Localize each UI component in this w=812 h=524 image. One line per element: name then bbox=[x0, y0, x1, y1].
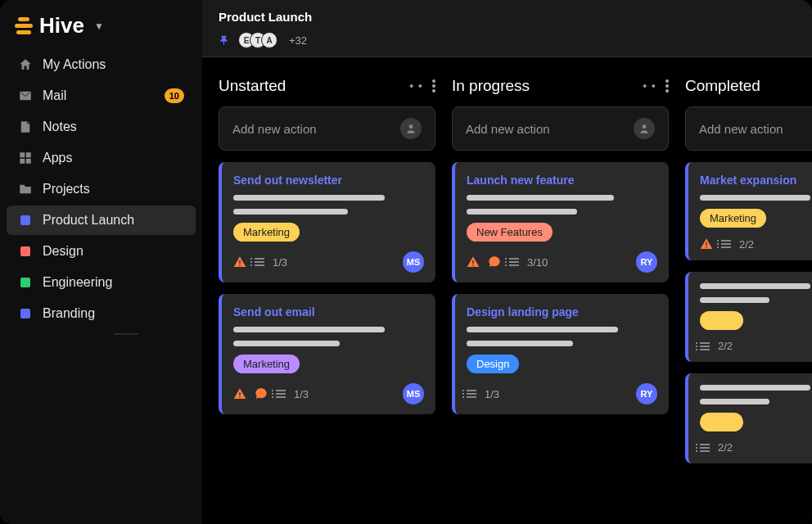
badge-count: 10 bbox=[165, 88, 184, 103]
card-assignee-avatar[interactable]: RY bbox=[636, 383, 657, 404]
assign-user-icon[interactable] bbox=[634, 118, 655, 139]
sidebar-item-notes[interactable]: Notes bbox=[7, 112, 196, 142]
card-footer: 1/3MS bbox=[233, 383, 424, 404]
member-avatars[interactable]: ETA bbox=[238, 32, 277, 48]
topbar: Product Launch ETA +32 bbox=[202, 0, 812, 57]
sidebar-item-projects[interactable]: Projects bbox=[7, 174, 196, 204]
card-text-placeholder bbox=[233, 341, 340, 346]
sidebar-item-label: Mail bbox=[43, 88, 155, 103]
svg-rect-2 bbox=[20, 159, 25, 164]
page-title: Product Launch bbox=[219, 10, 796, 24]
card[interactable]: Launch new featureNew Features3/10RY bbox=[452, 162, 669, 282]
card-tag[interactable] bbox=[700, 311, 743, 330]
column-title: In progress bbox=[452, 77, 530, 95]
card-text-placeholder bbox=[700, 399, 769, 404]
card-text-placeholder bbox=[233, 209, 348, 215]
add-action-row[interactable]: Add new action bbox=[685, 106, 812, 151]
card-footer: 2/2 bbox=[700, 441, 812, 454]
card-title: Send out newsletter bbox=[233, 174, 424, 187]
svg-rect-3 bbox=[26, 159, 31, 164]
warning-icon bbox=[233, 255, 246, 269]
card-title: Send out email bbox=[233, 305, 424, 318]
logo[interactable]: Hive ▼ bbox=[0, 13, 202, 50]
folder-icon bbox=[18, 182, 33, 196]
card[interactable]: 2/2 bbox=[685, 373, 812, 463]
expand-icon[interactable] bbox=[643, 79, 656, 93]
sidebar-item-engineering[interactable]: Engineering bbox=[7, 268, 196, 297]
card-tag[interactable]: Marketing bbox=[233, 355, 300, 373]
sidebar-item-mail[interactable]: Mail10 bbox=[7, 81, 196, 111]
hive-logo-icon bbox=[15, 17, 33, 34]
subtask-count: 1/3 bbox=[294, 388, 309, 400]
column-header: Completed bbox=[685, 77, 812, 95]
card-text-placeholder bbox=[700, 283, 810, 289]
column-header: Unstarted bbox=[219, 77, 435, 95]
warning-icon bbox=[700, 237, 713, 251]
card-meta: 2/2 bbox=[700, 237, 754, 251]
project-color-icon bbox=[18, 213, 33, 228]
svg-point-4 bbox=[432, 79, 435, 83]
sidebar-item-product-launch[interactable]: Product Launch bbox=[7, 206, 196, 235]
more-icon[interactable] bbox=[432, 79, 435, 93]
sidebar-item-label: Projects bbox=[43, 182, 184, 196]
sidebar-item-my-actions[interactable]: My Actions bbox=[7, 50, 196, 79]
subtask-count: 3/10 bbox=[527, 256, 548, 269]
column-actions bbox=[409, 79, 435, 93]
card-meta: 1/3 bbox=[467, 388, 499, 400]
member-avatar[interactable]: A bbox=[261, 32, 277, 48]
column-title: Unstarted bbox=[219, 77, 286, 95]
card-tag[interactable] bbox=[700, 413, 743, 431]
card-tag[interactable]: Design bbox=[467, 355, 519, 373]
warning-icon bbox=[233, 387, 246, 400]
card-footer: 1/3MS bbox=[233, 251, 424, 273]
card-meta: 2/2 bbox=[700, 340, 733, 352]
svg-point-9 bbox=[665, 84, 669, 88]
sidebar-item-design[interactable]: Design bbox=[7, 237, 196, 266]
card-meta: 2/2 bbox=[700, 441, 733, 454]
card[interactable]: 2/2 bbox=[685, 272, 812, 362]
card[interactable]: Send out newsletterMarketing1/3MS bbox=[219, 162, 435, 282]
sidebar-divider bbox=[114, 333, 138, 335]
assign-user-icon[interactable] bbox=[400, 118, 422, 139]
workspace-caret-icon[interactable]: ▼ bbox=[94, 20, 104, 32]
card-assignee-avatar[interactable]: MS bbox=[403, 251, 424, 273]
mail-icon bbox=[18, 88, 33, 103]
card-footer: 2/2 bbox=[700, 237, 812, 251]
subtask-icon bbox=[467, 390, 476, 398]
kanban-board: UnstartedAdd new actionSend out newslett… bbox=[202, 57, 812, 524]
card-meta: 1/3 bbox=[233, 255, 287, 269]
subtask-count: 2/2 bbox=[718, 441, 733, 454]
add-action-row[interactable]: Add new action bbox=[219, 106, 435, 151]
subtask-icon bbox=[700, 444, 710, 452]
subtask-count: 2/2 bbox=[718, 340, 733, 352]
subbar: ETA +32 bbox=[219, 32, 796, 56]
sidebar-item-apps[interactable]: Apps bbox=[7, 143, 196, 173]
svg-rect-0 bbox=[20, 152, 25, 157]
member-overflow-count[interactable]: +32 bbox=[289, 34, 307, 47]
card-assignee-avatar[interactable]: MS bbox=[403, 383, 424, 404]
expand-icon[interactable] bbox=[409, 79, 422, 93]
comment-icon[interactable] bbox=[255, 387, 268, 400]
add-action-label: Add new action bbox=[232, 122, 317, 136]
svg-rect-1 bbox=[26, 152, 31, 157]
comment-icon[interactable] bbox=[488, 255, 501, 269]
card-meta: 3/10 bbox=[467, 255, 548, 269]
card-assignee-avatar[interactable]: RY bbox=[636, 251, 657, 273]
pin-icon[interactable] bbox=[219, 34, 230, 46]
card-tag[interactable]: Marketing bbox=[700, 209, 766, 228]
card[interactable]: Send out emailMarketing1/3MS bbox=[219, 294, 435, 414]
card-tag[interactable]: New Features bbox=[467, 223, 553, 242]
add-action-row[interactable]: Add new action bbox=[452, 106, 669, 151]
main: Product Launch ETA +32 UnstartedAdd new … bbox=[202, 0, 812, 524]
card[interactable]: Design landing pageDesign1/3RY bbox=[452, 294, 669, 414]
card-title: Launch new feature bbox=[467, 174, 657, 187]
sidebar-item-branding[interactable]: Branding bbox=[7, 299, 196, 328]
sidebar-item-label: Apps bbox=[43, 151, 184, 165]
subtask-icon bbox=[276, 390, 286, 398]
card[interactable]: Market expansionMarketing2/2 bbox=[685, 162, 812, 260]
card-text-placeholder bbox=[700, 297, 769, 303]
card-title: Design landing page bbox=[467, 305, 657, 318]
more-icon[interactable] bbox=[665, 79, 669, 93]
card-text-placeholder bbox=[233, 327, 385, 332]
card-tag[interactable]: Marketing bbox=[233, 223, 300, 242]
